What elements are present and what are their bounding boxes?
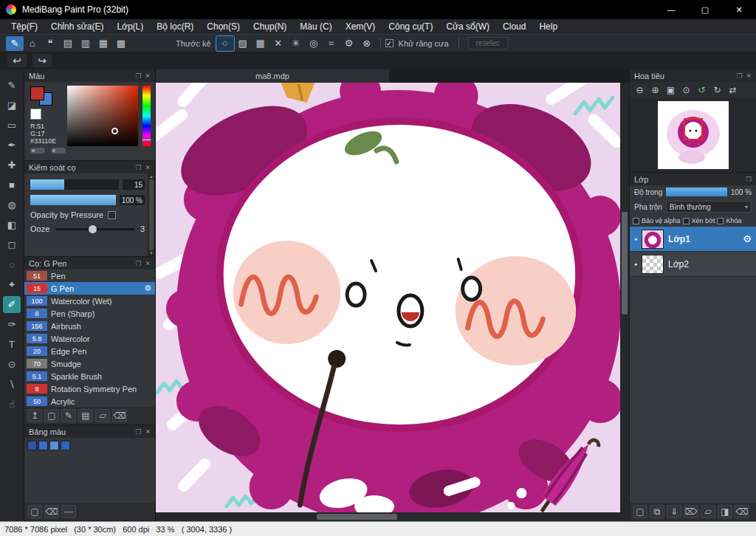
menu-item-edit[interactable]: Chỉnh sửa(E)	[44, 19, 110, 34]
brush-opacity-slider[interactable]	[30, 195, 116, 205]
material-icon[interactable]: ▩	[112, 36, 130, 51]
move-tool[interactable]: ✚	[3, 157, 21, 173]
layer-settings-gear-icon[interactable]: ⚙	[743, 233, 752, 244]
brush-mode-icon[interactable]: ✎	[6, 36, 24, 51]
home-icon[interactable]: ⌂	[24, 36, 41, 51]
brush-item[interactable]: 8Pen (Sharp)	[24, 307, 155, 320]
hue-marker[interactable]	[142, 139, 151, 141]
brush-item[interactable]: 156Airbrush	[24, 320, 155, 332]
layer-row[interactable]: ● Lớp2	[630, 252, 756, 277]
pressure-opacity-checkbox[interactable]	[108, 211, 116, 219]
ruler-symmetry-icon[interactable]: ✳	[287, 36, 305, 51]
palette-swatch[interactable]	[61, 441, 70, 450]
clipping-checkbox[interactable]	[683, 218, 690, 224]
rotate-cw-icon[interactable]: ↻	[710, 83, 724, 97]
clear-layer-icon[interactable]: ⌦	[684, 505, 698, 518]
delete-layer-icon[interactable]: ⌫	[735, 505, 749, 518]
ruler-settings-icon[interactable]: ⚙	[340, 36, 358, 51]
saturation-value-picker[interactable]	[67, 86, 138, 146]
horizontal-scroll-thumb[interactable]	[317, 514, 397, 520]
hue-bar[interactable]	[142, 86, 151, 146]
navigator-thumbnail[interactable]	[658, 101, 729, 169]
brush-item[interactable]: 70Smudge	[24, 357, 155, 370]
menu-item-window[interactable]: Cửa sổ(W)	[439, 19, 496, 34]
menu-item-filter[interactable]: Bộ lọc(R)	[150, 19, 200, 34]
menu-item-tools[interactable]: Công cụ(T)	[382, 19, 439, 34]
menu-item-help[interactable]: Help	[532, 19, 564, 34]
add-layer-icon[interactable]: ▢	[633, 505, 647, 518]
brush-item[interactable]: 100Watercolor (Wet)	[24, 295, 155, 307]
select-eraser-tool[interactable]: ✑	[3, 316, 21, 333]
close-button[interactable]: ✕	[722, 0, 756, 19]
canvas-viewport[interactable]	[156, 83, 620, 512]
redo-button[interactable]: ↪	[32, 54, 52, 67]
ruler-parallel-icon[interactable]: ▨	[234, 36, 252, 51]
bucket-tool[interactable]: ◍	[3, 196, 21, 213]
marquee-tool[interactable]: ▭	[3, 117, 21, 134]
brush-item[interactable]: 5.8Watercolor	[24, 332, 155, 345]
control-pen-tool[interactable]: ✒	[3, 137, 21, 154]
brush-settings-gear-icon[interactable]: ⚙	[144, 284, 151, 293]
popout-icon[interactable]: ❐	[135, 72, 141, 80]
fill-rect-tool[interactable]: ■	[3, 176, 21, 193]
gradient-tool[interactable]: ◧	[3, 216, 21, 233]
magic-wand-tool[interactable]: ✦	[3, 276, 21, 293]
blend-mode-dropdown[interactable]: Bình thường ▾	[666, 201, 752, 213]
ruler-cross-icon[interactable]: ✕	[269, 36, 287, 51]
grid-icon[interactable]: ▦	[94, 36, 112, 51]
ruler-perspective-icon[interactable]: ⊗	[358, 36, 376, 51]
popout-icon[interactable]: ❐	[746, 176, 752, 183]
menu-item-view[interactable]: Xem(V)	[339, 19, 382, 34]
layer-opacity-slider[interactable]	[666, 188, 726, 196]
zoom-reset-icon[interactable]: ⊙	[679, 83, 693, 97]
brush-size-slider[interactable]	[30, 179, 119, 190]
rotate-ccw-icon[interactable]: ↺	[695, 83, 709, 97]
brush-item[interactable]: 20Edge Pen	[24, 345, 155, 357]
edit-brush-icon[interactable]: ✎	[61, 409, 76, 422]
close-icon[interactable]: ✕	[746, 72, 752, 80]
eyedropper-tool[interactable]: ∖	[3, 376, 21, 393]
flip-icon[interactable]: ⇄	[726, 83, 740, 97]
brush-item[interactable]: 5.1Sparkle Brush	[24, 370, 155, 382]
popout-icon[interactable]: ❐	[135, 260, 141, 267]
layer-mask-icon[interactable]: ◨	[718, 505, 732, 518]
popout-icon[interactable]: ❐	[736, 72, 742, 80]
brush-script-icon[interactable]: ▤	[78, 409, 93, 422]
menu-item-select[interactable]: Chọn(S)	[200, 19, 247, 34]
brush-control-scrollbar[interactable]: ▲▼	[148, 173, 155, 256]
palette-swatch[interactable]	[38, 441, 48, 450]
close-icon[interactable]: ✕	[145, 72, 151, 80]
document-icon[interactable]: ▤	[59, 36, 77, 51]
popout-icon[interactable]: ❐	[135, 428, 141, 436]
minimize-button[interactable]: —	[654, 0, 688, 19]
select-pen-tool[interactable]: ✐	[3, 296, 21, 313]
brush-item[interactable]: 51Pen	[24, 269, 155, 282]
close-icon[interactable]: ✕	[145, 260, 151, 267]
vertical-scroll-thumb[interactable]	[622, 212, 628, 315]
close-icon[interactable]: ✕	[145, 428, 151, 436]
popout-icon[interactable]: ❐	[135, 164, 141, 171]
pen-tool[interactable]: ✎	[3, 77, 21, 94]
hand-tool[interactable]: ☝	[3, 396, 21, 413]
color-picker-marker[interactable]	[111, 128, 118, 134]
canvas-horizontal-scrollbar[interactable]	[156, 512, 629, 521]
menu-item-color[interactable]: Màu (C)	[293, 19, 338, 34]
menu-item-file[interactable]: Tệp(F)	[4, 19, 44, 34]
brush-item[interactable]: 8Rotation Symmetry Pen	[24, 382, 155, 395]
add-brush-icon[interactable]: ▢	[44, 409, 59, 422]
palette-swatch[interactable]	[49, 441, 59, 450]
reselect-button[interactable]: reselec	[468, 37, 508, 49]
upload-brush-icon[interactable]: ↥	[27, 409, 42, 422]
foreground-color-swatch[interactable]	[30, 86, 44, 100]
ruler-concentric-icon[interactable]: ◎	[305, 36, 323, 51]
select-tool[interactable]: ◻	[3, 236, 21, 253]
brush-item[interactable]: 50Acrylic	[24, 395, 155, 407]
lock-checkbox[interactable]	[717, 218, 724, 224]
zoom-tool[interactable]: ⊙	[3, 356, 21, 373]
menu-item-cloud[interactable]: Cloud	[496, 19, 532, 34]
swatch-dashes-icon[interactable]: ---	[61, 505, 76, 518]
ooze-slider-knob[interactable]	[89, 225, 97, 233]
comment-icon[interactable]: ❝	[41, 36, 59, 51]
add-swatch-icon[interactable]: ▢	[27, 505, 42, 518]
brush-item-selected[interactable]: 15G Pen⚙	[24, 282, 155, 295]
